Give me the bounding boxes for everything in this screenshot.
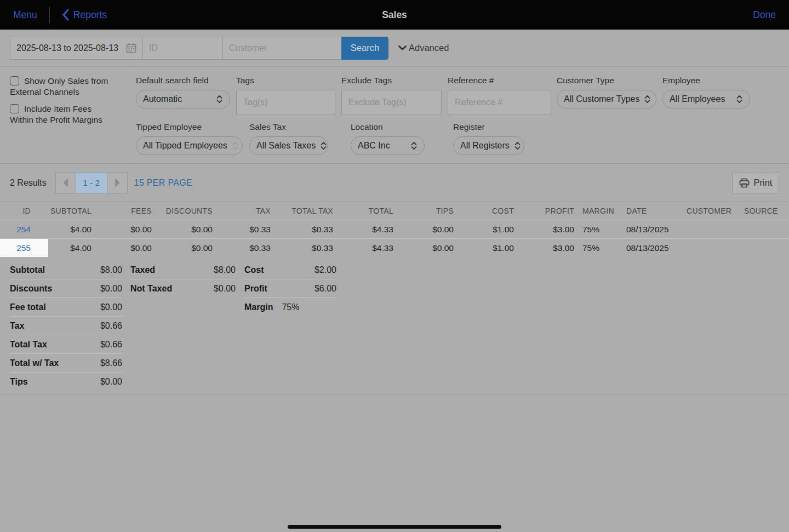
- filter-register: Register All Registers: [453, 122, 524, 155]
- results-count: 2 Results: [10, 178, 47, 188]
- checkbox-label-line2: External Channels: [10, 87, 129, 98]
- filter-sales-tax: Sales Tax All Sales Taxes: [249, 122, 328, 155]
- table-row[interactable]: 255 $4.00 $0.00 $0.00 $0.33 $0.33 $4.33 …: [0, 238, 789, 257]
- summary-row: Cost$2.00: [244, 261, 336, 279]
- column-header: TIPS: [393, 207, 454, 215]
- checkbox-label-line2: Within the Profit Margins: [10, 115, 129, 125]
- updown-chevron-icon: [644, 94, 651, 104]
- tipped-employee-select[interactable]: All Tipped Employees: [136, 136, 243, 155]
- tags-input[interactable]: Tag(s): [236, 90, 335, 115]
- updown-chevron-icon: [736, 94, 743, 104]
- per-page-link[interactable]: 15 PER PAGE: [134, 178, 192, 188]
- tags-placeholder: Tag(s): [243, 98, 267, 107]
- results-bar: 2 Results 1 - 2 15 PER PAGE Print: [0, 164, 789, 202]
- summary-row: Total w/ Tax$8.66: [10, 354, 122, 373]
- updown-chevron-icon: [232, 141, 239, 151]
- filter-tags: Tags Tag(s): [236, 76, 335, 115]
- chevron-down-icon: [398, 45, 407, 51]
- exclude-tags-input[interactable]: Exclude Tag(s): [341, 90, 442, 115]
- cell-tax: $0.33: [213, 225, 271, 234]
- cell-total-tax: $0.33: [271, 243, 333, 253]
- previous-page-button[interactable]: [55, 172, 76, 194]
- select-value: All Tipped Employees: [143, 141, 227, 151]
- cell-margin: 75%: [574, 225, 626, 234]
- reference-input[interactable]: Reference #: [448, 90, 551, 115]
- checkbox-label-line1: Show Only Sales from: [24, 76, 108, 85]
- checkbox-include-item-fees[interactable]: Include Item Fees Within the Profit Marg…: [10, 104, 129, 125]
- filter-label: Customer Type: [557, 76, 656, 85]
- menu-button[interactable]: Menu: [13, 9, 37, 21]
- filter-label: Exclude Tags: [341, 76, 442, 85]
- summary-value: $0.66: [100, 321, 122, 331]
- filters-row-1: Default search field Automatic Tags Tag(…: [136, 76, 789, 115]
- checkbox-column: Show Only Sales from External Channels I…: [10, 76, 129, 163]
- search-button[interactable]: Search: [341, 37, 388, 60]
- column-header: TOTAL: [333, 207, 393, 215]
- home-indicator[interactable]: [288, 525, 501, 529]
- print-button[interactable]: Print: [732, 173, 779, 193]
- sales-tax-select[interactable]: All Sales Taxes: [249, 136, 328, 155]
- select-value: ABC Inc: [358, 141, 390, 151]
- chevron-left-icon: [62, 9, 69, 21]
- customer-input[interactable]: Customer: [222, 37, 342, 60]
- totals-summary: Subtotal$8.00 Discounts$0.00 Fee total$0…: [0, 257, 789, 395]
- filter-reference: Reference # Reference #: [448, 76, 551, 115]
- column-header: TOTAL TAX: [271, 207, 333, 215]
- checkbox-icon[interactable]: [10, 104, 19, 113]
- summary-label: Total Tax: [10, 340, 47, 350]
- cell-discounts: $0.00: [152, 243, 213, 253]
- column-header: ID: [0, 202, 48, 220]
- back-to-reports-button[interactable]: Reports: [62, 9, 107, 21]
- table-row[interactable]: 254 $4.00 $0.00 $0.00 $0.33 $0.33 $4.33 …: [0, 220, 789, 238]
- filter-default-search-field: Default search field Automatic: [136, 76, 230, 108]
- advanced-filters-panel: Show Only Sales from External Channels I…: [0, 67, 789, 164]
- location-select[interactable]: ABC Inc: [351, 136, 425, 155]
- next-page-button[interactable]: [107, 172, 128, 194]
- id-input[interactable]: ID: [142, 37, 223, 60]
- sales-report-screen: Menu Reports Sales Done 2025-08-13 to 20…: [0, 0, 789, 532]
- register-select[interactable]: All Registers: [453, 136, 524, 155]
- summary-value: $2.00: [315, 265, 336, 275]
- column-header: DATE: [626, 207, 687, 215]
- cell-margin: 75%: [574, 243, 626, 253]
- cell-total: $4.33: [333, 225, 393, 234]
- summary-row: Total Tax$0.66: [10, 335, 122, 354]
- summary-row-margin: Margin75%: [244, 298, 336, 317]
- updown-chevron-icon: [514, 141, 521, 151]
- select-value: All Customer Types: [564, 94, 639, 104]
- cell-profit: $3.00: [514, 243, 574, 253]
- column-header: TAX: [213, 207, 271, 215]
- cell-tips: $0.00: [393, 225, 454, 234]
- default-search-field-select[interactable]: Automatic: [136, 90, 230, 108]
- checkbox-external-channels[interactable]: Show Only Sales from External Channels: [10, 76, 129, 98]
- summary-value: $8.66: [100, 358, 122, 368]
- column-header: PROFIT: [514, 207, 574, 215]
- summary-row: Discounts$0.00: [10, 279, 122, 298]
- filter-label: Reference #: [448, 76, 551, 85]
- sale-id-link[interactable]: 254: [16, 225, 31, 234]
- summary-value: $0.00: [100, 377, 122, 387]
- page-title: Sales: [0, 9, 789, 21]
- checkbox-icon[interactable]: [10, 76, 19, 85]
- filter-label: Sales Tax: [249, 122, 328, 132]
- cell-fees: $0.00: [92, 243, 152, 253]
- summary-value: $6.00: [315, 284, 336, 294]
- advanced-toggle[interactable]: Advanced: [398, 43, 449, 53]
- table-header-row: ID SUBTOTAL FEES DISCOUNTS TAX TOTAL TAX…: [0, 202, 789, 220]
- summary-label: Not Taxed: [130, 284, 172, 294]
- cell-date: 08/13/2025: [626, 243, 687, 253]
- calendar-icon: [126, 43, 136, 53]
- cell-total: $4.33: [333, 243, 393, 253]
- sale-id-link[interactable]: 255: [16, 243, 31, 253]
- done-button[interactable]: Done: [753, 9, 776, 21]
- cell-tips: $0.00: [393, 243, 454, 253]
- filter-exclude-tags: Exclude Tags Exclude Tag(s): [341, 76, 442, 115]
- customer-type-select[interactable]: All Customer Types: [557, 90, 656, 108]
- pagination: 1 - 2: [55, 172, 128, 194]
- summary-row: Fee total$0.00: [10, 298, 122, 317]
- summary-label: Profit: [244, 284, 267, 294]
- employee-select[interactable]: All Employees: [662, 90, 750, 108]
- current-page-range: 1 - 2: [76, 172, 107, 194]
- date-range-input[interactable]: 2025-08-13 to 2025-08-13: [10, 37, 143, 60]
- cell-subtotal: $4.00: [48, 243, 92, 253]
